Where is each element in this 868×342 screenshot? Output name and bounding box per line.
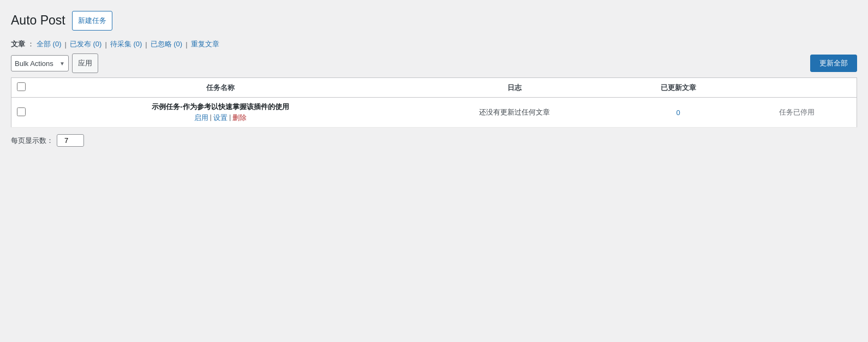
- delete-link[interactable]: 删除: [232, 113, 247, 123]
- task-status-cell: 任务已停用: [738, 98, 857, 128]
- task-log-cell: 还没有更新过任何文章: [410, 98, 619, 128]
- row-checkbox[interactable]: [17, 107, 26, 116]
- chevron-down-icon: ▼: [59, 61, 65, 67]
- task-name-cell: 示例任务-作为参考以快速掌握该插件的使用 启用 | 设置 | 删除: [31, 98, 410, 128]
- separator: |: [210, 113, 212, 123]
- task-updated-cell: 0: [619, 98, 737, 128]
- table-header-row: 任务名称 日志 已更新文章: [11, 78, 857, 98]
- bulk-actions-select[interactable]: Bulk Actions ▼: [11, 55, 69, 71]
- separator: |: [229, 113, 231, 123]
- row-checkbox-cell[interactable]: [11, 98, 32, 128]
- new-task-button[interactable]: 新建任务: [72, 11, 112, 31]
- tasks-table: 任务名称 日志 已更新文章 示例任务-作为参考以快速掌握该插件的使用 启用 | …: [11, 77, 857, 128]
- settings-link[interactable]: 设置: [213, 113, 228, 123]
- page-header: Auto Post 新建任务: [11, 11, 857, 31]
- select-all-checkbox[interactable]: [17, 82, 26, 91]
- per-page-input[interactable]: [57, 134, 84, 147]
- bulk-actions-dropdown[interactable]: Bulk Actions: [15, 59, 56, 68]
- toolbar: Bulk Actions ▼ 应用 更新全部: [11, 53, 857, 73]
- filter-published[interactable]: 已发布 (0): [70, 39, 102, 49]
- updated-count: 0: [677, 109, 680, 117]
- task-name: 示例任务-作为参考以快速掌握该插件的使用: [37, 102, 404, 112]
- enable-link[interactable]: 启用: [194, 113, 208, 123]
- col-header-name: 任务名称: [31, 78, 410, 98]
- table-row: 示例任务-作为参考以快速掌握该插件的使用 启用 | 设置 | 删除 还没有更新过…: [11, 98, 857, 128]
- page-title: Auto Post: [11, 13, 65, 29]
- filter-bar: 文章 ： 全部 (0) | 已发布 (0) | 待采集 (0) | 已忽略 (0…: [11, 39, 857, 49]
- filter-pending[interactable]: 待采集 (0): [110, 39, 142, 49]
- filter-all[interactable]: 全部 (0): [37, 39, 62, 49]
- col-header-updated: 已更新文章: [619, 78, 737, 98]
- filter-colon: ：: [27, 39, 34, 49]
- update-all-button[interactable]: 更新全部: [810, 55, 857, 72]
- filter-label: 文章: [11, 39, 25, 49]
- row-actions: 启用 | 设置 | 删除: [37, 113, 404, 123]
- col-header-log: 日志: [410, 78, 619, 98]
- apply-button[interactable]: 应用: [72, 53, 98, 73]
- per-page-section: 每页显示数：: [11, 134, 857, 147]
- col-header-status: [738, 78, 857, 98]
- toolbar-left: Bulk Actions ▼ 应用: [11, 53, 98, 73]
- select-all-header[interactable]: [11, 78, 32, 98]
- filter-duplicate[interactable]: 重复文章: [191, 39, 219, 49]
- filter-ignored[interactable]: 已忽略 (0): [151, 39, 183, 49]
- per-page-label: 每页显示数：: [11, 136, 53, 146]
